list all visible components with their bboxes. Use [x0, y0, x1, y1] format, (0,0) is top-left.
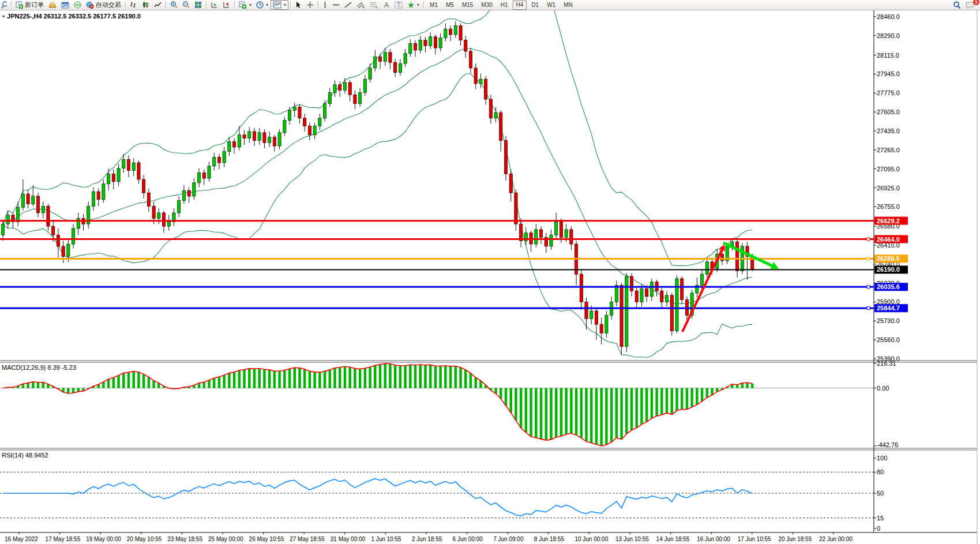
- svg-text:50: 50: [877, 490, 884, 497]
- bar-chart-button[interactable]: [127, 0, 140, 10]
- text-button[interactable]: A: [381, 0, 392, 10]
- tile-windows-button[interactable]: [192, 0, 204, 10]
- candle: [399, 63, 401, 72]
- candle: [630, 276, 633, 291]
- chart-shift-button[interactable]: [220, 0, 232, 10]
- timeframe-button-mn[interactable]: MN: [560, 1, 576, 10]
- signals-button[interactable]: [72, 0, 84, 10]
- vertical-line-button[interactable]: [320, 0, 330, 10]
- equidistant-channel-button[interactable]: E: [354, 0, 367, 10]
- chart-title-text: JPN225-,H4 26312.5 26332.5 26177.5 26190…: [7, 13, 141, 20]
- periods-button[interactable]: ▾: [254, 0, 271, 10]
- price-tick: 27265.0: [877, 147, 900, 153]
- candle: [736, 242, 739, 271]
- toolbar-separator: [234, 1, 235, 9]
- chart-menu-icon[interactable]: ▾: [2, 14, 5, 19]
- price-tick: 27605.0: [877, 108, 900, 115]
- timeframe-button-m1[interactable]: M1: [426, 1, 441, 10]
- zoom-out-button[interactable]: [180, 0, 192, 10]
- timeframe-button-m30[interactable]: M30: [478, 1, 495, 10]
- candle: [333, 85, 336, 93]
- candle-chart-button[interactable]: [140, 0, 152, 10]
- gold-ingot-icon: [48, 2, 57, 9]
- chart-background[interactable]: [0, 10, 980, 544]
- candle: [223, 152, 226, 163]
- trendline-button[interactable]: [342, 0, 354, 10]
- line-chart-icon: [154, 1, 162, 9]
- toolbar-separator: [423, 1, 424, 9]
- toolbar: 新订单 自动交易: [0, 0, 980, 10]
- svg-text:100: 100: [877, 455, 887, 462]
- templates-button[interactable]: ▾: [271, 0, 288, 10]
- candle: [439, 38, 442, 48]
- candle: [705, 262, 708, 274]
- search-icon: [953, 1, 961, 9]
- auto-scroll-button[interactable]: [208, 0, 220, 10]
- cursor-button[interactable]: [292, 0, 304, 10]
- candle: [57, 235, 59, 246]
- candle: [208, 166, 211, 178]
- candle: [258, 133, 261, 141]
- candle: [454, 25, 457, 34]
- candle: [142, 179, 145, 193]
- candle: [6, 215, 9, 224]
- candle: [152, 206, 155, 218]
- time-tick: 20 Jun 18:55: [778, 536, 812, 542]
- timeframe-button-m15[interactable]: M15: [459, 1, 476, 10]
- timeframe-button-w1[interactable]: W1: [543, 1, 559, 10]
- shapes-button[interactable]: ▾: [405, 0, 422, 10]
- new-chart-icon: [239, 1, 247, 9]
- candle: [419, 40, 422, 50]
- line-handle: [867, 307, 870, 310]
- text-label-button[interactable]: T: [392, 0, 405, 10]
- candle: [560, 222, 562, 237]
- horizontal-line-button[interactable]: [330, 0, 342, 10]
- timeframe-button-h1[interactable]: H1: [497, 1, 512, 10]
- candle: [489, 99, 492, 118]
- candle: [535, 230, 538, 244]
- candle: [238, 135, 241, 147]
- line-chart-button[interactable]: [152, 0, 164, 10]
- candle: [485, 79, 487, 99]
- history-magnifier-icon[interactable]: [0, 0, 9, 10]
- candle: [605, 316, 608, 333]
- price-tick: 27775.0: [877, 89, 900, 96]
- candle: [197, 172, 200, 182]
- profile-button[interactable]: [46, 0, 59, 10]
- time-tick: 16 May 2022: [5, 536, 38, 542]
- candle: [253, 132, 256, 140]
- chart-canvas[interactable]: MACD(12,26,9) 8.39 -5.23216.310.00-442.7…: [0, 0, 980, 544]
- timeframe-button-d1[interactable]: D1: [528, 1, 542, 10]
- fibonacci-button[interactable]: F: [367, 0, 381, 10]
- market-watch-button[interactable]: [59, 0, 72, 10]
- candle: [112, 174, 115, 182]
- candle: [378, 57, 381, 62]
- crosshair-button[interactable]: [304, 0, 316, 10]
- new-order-label: 新订单: [25, 1, 44, 9]
- autotrade-button[interactable]: 自动交易: [84, 0, 123, 10]
- svg-text:E: E: [362, 5, 365, 9]
- timeframe-button-m5[interactable]: M5: [442, 1, 457, 10]
- new-order-button[interactable]: 新订单: [13, 0, 46, 10]
- candle: [202, 172, 205, 178]
- time-tick: 22 Jun 00:00: [819, 536, 853, 542]
- candle: [429, 37, 432, 46]
- candle: [359, 92, 362, 103]
- search-button[interactable]: [951, 0, 963, 10]
- chat-button[interactable]: 1: [963, 0, 977, 10]
- price-tag-label: 26190.0: [877, 266, 900, 273]
- candle: [494, 112, 497, 118]
- candle: [615, 286, 618, 302]
- price-tag-label: 25844.7: [877, 305, 900, 312]
- new-chart-button[interactable]: ▾: [236, 0, 254, 10]
- candle: [660, 291, 663, 302]
- candle: [509, 174, 512, 193]
- zoom-in-button[interactable]: [168, 0, 180, 10]
- trendline-icon: [344, 1, 352, 9]
- text-a-icon: A: [383, 1, 390, 9]
- zoom-in-icon: [170, 1, 178, 9]
- candle: [635, 291, 638, 302]
- timeframe-button-h4[interactable]: H4: [513, 1, 527, 10]
- price-tick: 25390.0: [877, 355, 900, 362]
- candle: [504, 140, 507, 174]
